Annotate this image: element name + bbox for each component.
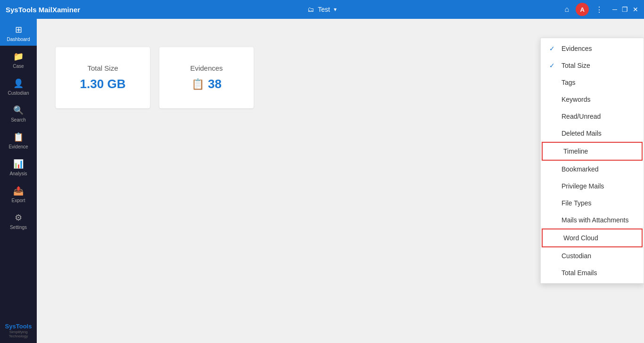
case-folder-icon: 📁 bbox=[13, 51, 24, 62]
titlebar-center: 🗂 Test ▾ bbox=[307, 6, 337, 13]
sidebar-label-dashboard: Dashboard bbox=[7, 37, 30, 42]
sidebar-item-settings[interactable]: ⚙ Settings bbox=[0, 207, 37, 234]
close-button[interactable]: ✕ bbox=[633, 6, 638, 13]
evidences-title: Evidences bbox=[190, 64, 223, 72]
dropdown-label-mails-attachments: Mails with Attachments bbox=[561, 216, 628, 224]
dropdown-item-bookmarked[interactable]: Bookmarked bbox=[541, 161, 644, 178]
case-icon: 🗂 bbox=[307, 6, 314, 13]
dropdown-item-mails-attachments[interactable]: Mails with Attachments bbox=[541, 212, 644, 229]
dropdown-label-timeline: Timeline bbox=[563, 147, 588, 155]
dropdown-label-privilege-mails: Privilege Mails bbox=[561, 182, 604, 190]
total-size-title: Total Size bbox=[87, 64, 118, 72]
analysis-icon: 📊 bbox=[13, 159, 24, 169]
cards-row: Total Size 1.30 GB Evidences 📋 38 bbox=[56, 47, 625, 108]
check-icon-evidences: ✓ bbox=[549, 45, 557, 52]
dropdown-item-custodian[interactable]: Custodian bbox=[541, 247, 644, 264]
check-icon-total-size: ✓ bbox=[549, 62, 557, 69]
dropdown-label-keywords: Keywords bbox=[561, 96, 590, 103]
dropdown-label-evidences: Evidences bbox=[561, 45, 592, 52]
dashboard-icon: ⊞ bbox=[15, 24, 22, 35]
dropdown-item-total-emails[interactable]: Total Emails bbox=[541, 264, 644, 281]
main-content: Total Size 1.30 GB Evidences 📋 38 ✓ Evid… bbox=[37, 19, 644, 343]
window-controls: ─ ❐ ✕ bbox=[612, 6, 638, 13]
evidences-file-icon: 📋 bbox=[191, 78, 204, 90]
dropdown-label-tags: Tags bbox=[561, 79, 576, 86]
dropdown-label-deleted-mails: Deleted Mails bbox=[561, 130, 602, 137]
evidence-icon: 📋 bbox=[13, 132, 24, 142]
app-name: SysTools MailXaminer bbox=[6, 6, 564, 14]
custodian-icon: 👤 bbox=[13, 78, 24, 89]
sidebar-label-settings: Settings bbox=[10, 225, 27, 230]
dropdown-item-keywords[interactable]: Keywords bbox=[541, 91, 644, 108]
evidences-value-row: 📋 38 bbox=[191, 77, 222, 91]
total-size-card: Total Size 1.30 GB bbox=[56, 47, 150, 108]
brand-tagline: Simplifying Technology bbox=[5, 330, 32, 338]
dropdown-item-timeline[interactable]: Timeline bbox=[542, 142, 643, 161]
app-layout: ⊞ Dashboard 📁 Case 👤 Custodian 🔍 Search … bbox=[0, 19, 644, 343]
sidebar-item-dashboard[interactable]: ⊞ Dashboard bbox=[0, 19, 37, 46]
settings-icon: ⚙ bbox=[15, 212, 22, 223]
minimize-button[interactable]: ─ bbox=[612, 6, 617, 13]
case-dropdown-icon[interactable]: ▾ bbox=[334, 6, 337, 13]
titlebar: SysTools MailXaminer 🗂 Test ▾ ⌂ A ⋮ ─ ❐ … bbox=[0, 0, 644, 19]
dropdown-label-custodian: Custodian bbox=[561, 252, 591, 260]
dropdown-item-deleted-mails[interactable]: Deleted Mails bbox=[541, 125, 644, 142]
sidebar-item-custodian[interactable]: 👤 Custodian bbox=[0, 73, 37, 99]
sidebar-label-analysis: Analysis bbox=[9, 171, 27, 176]
brand-name: SysTools bbox=[5, 323, 32, 330]
sidebar: ⊞ Dashboard 📁 Case 👤 Custodian 🔍 Search … bbox=[0, 19, 37, 343]
sidebar-label-search: Search bbox=[11, 117, 26, 122]
titlebar-right: ⌂ A ⋮ ─ ❐ ✕ bbox=[564, 3, 638, 16]
sidebar-item-case[interactable]: 📁 Case bbox=[0, 46, 37, 73]
sidebar-item-analysis[interactable]: 📊 Analysis bbox=[0, 153, 37, 180]
case-name: Test bbox=[318, 6, 330, 13]
dropdown-item-privilege-mails[interactable]: Privilege Mails bbox=[541, 178, 644, 195]
sidebar-label-evidence: Evidence bbox=[8, 144, 28, 149]
avatar[interactable]: A bbox=[576, 3, 589, 16]
sidebar-label-custodian: Custodian bbox=[8, 90, 29, 96]
maximize-button[interactable]: ❐ bbox=[622, 6, 628, 13]
sidebar-label-case: Case bbox=[13, 64, 24, 69]
sidebar-brand: SysTools Simplifying Technology bbox=[0, 318, 37, 343]
sidebar-item-search[interactable]: 🔍 Search bbox=[0, 99, 37, 126]
dropdown-menu: ✓ Evidences ✓ Total Size Tags Keywords R… bbox=[540, 38, 644, 284]
total-size-value: 1.30 GB bbox=[80, 77, 126, 91]
dropdown-item-evidences[interactable]: ✓ Evidences bbox=[541, 40, 644, 57]
evidences-card: Evidences 📋 38 bbox=[159, 47, 254, 108]
dropdown-item-total-size[interactable]: ✓ Total Size bbox=[541, 57, 644, 74]
home-icon[interactable]: ⌂ bbox=[564, 5, 569, 14]
vertical-dots-icon[interactable]: ⋮ bbox=[595, 5, 603, 14]
dropdown-label-total-size: Total Size bbox=[561, 62, 590, 69]
dropdown-item-tags[interactable]: Tags bbox=[541, 74, 644, 91]
dropdown-label-total-emails: Total Emails bbox=[561, 269, 597, 277]
dropdown-item-word-cloud[interactable]: Word Cloud bbox=[542, 229, 643, 247]
dropdown-item-file-types[interactable]: File Types bbox=[541, 195, 644, 212]
export-icon: 📤 bbox=[13, 186, 24, 196]
sidebar-label-export: Export bbox=[12, 198, 25, 203]
sidebar-item-evidence[interactable]: 📋 Evidence bbox=[0, 126, 37, 153]
sidebar-item-export[interactable]: 📤 Export bbox=[0, 180, 37, 207]
dropdown-label-bookmarked: Bookmarked bbox=[561, 165, 599, 173]
dropdown-label-file-types: File Types bbox=[561, 199, 592, 207]
dropdown-label-word-cloud: Word Cloud bbox=[563, 234, 598, 242]
dropdown-label-read-unread: Read/Unread bbox=[561, 113, 601, 120]
search-icon: 🔍 bbox=[13, 105, 24, 115]
dropdown-item-read-unread[interactable]: Read/Unread bbox=[541, 108, 644, 125]
evidences-value: 38 bbox=[208, 77, 222, 91]
